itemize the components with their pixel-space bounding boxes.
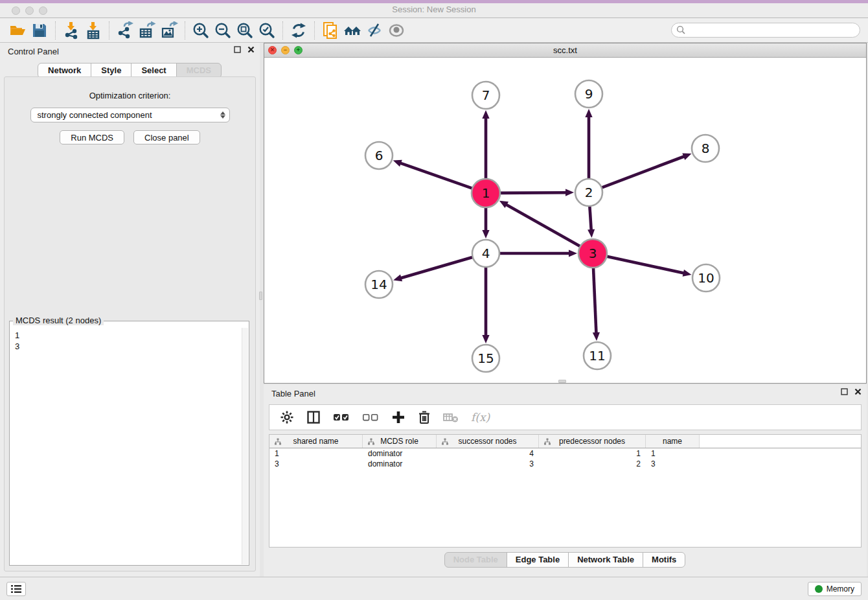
toolbar-separator [282,21,283,40]
function-builder-icon[interactable]: f(x) [471,411,490,424]
zoom-selected-icon [258,21,276,40]
edge-1-2[interactable] [499,192,567,193]
tab-edge-table[interactable]: Edge Table [507,552,569,568]
export-network-button[interactable] [114,20,136,41]
zoom-in-button[interactable] [190,20,212,41]
control-panel-header: Control Panel [0,43,260,60]
tab-node-table[interactable]: Node Table [444,552,507,568]
export-image-button[interactable] [158,20,180,41]
show-all-button[interactable] [385,20,407,41]
column-view-button[interactable] [306,410,321,424]
node-table: shared name MCDS role successor nodes pr… [269,434,862,548]
column-header-mcds-role[interactable]: MCDS role [363,435,437,448]
result-line: 1 [15,330,241,341]
open-session-icon [8,21,27,40]
table-row[interactable]: 1dominator411 [269,448,861,459]
edge-arrow-3-10 [683,270,692,277]
float-table-panel-button[interactable] [841,388,848,395]
clone-network-button[interactable] [319,20,341,41]
edge-arrow-2-9 [585,109,592,117]
table-cell: 1 [269,448,363,459]
search-icon [676,25,686,35]
zoom-selected-button[interactable] [256,20,278,41]
delete-table-button[interactable] [443,411,459,423]
save-session-icon [30,21,49,40]
column-header-name[interactable]: name [646,435,700,448]
edge-arrow-4-14 [393,275,402,282]
save-session-button[interactable] [29,20,51,41]
edge-3-1[interactable] [506,204,582,247]
close-panel-button[interactable] [247,46,255,53]
table-cell: 4 [437,448,539,459]
edge-3-11[interactable] [593,266,597,334]
table-body: 1dominator4113dominator323 [269,448,861,469]
mcds-result-text[interactable]: 13 [10,327,241,565]
toolbar-separator [185,21,185,40]
edge-4-14[interactable] [400,257,474,278]
edge-3-10[interactable] [606,256,685,273]
memory-button[interactable]: Memory [808,582,862,596]
node-label-4: 4 [482,246,490,261]
column-header-shared-name[interactable]: shared name [269,435,363,448]
titlebar: Session: New Session [0,0,868,18]
horizontal-splitter-grip[interactable] [558,380,566,383]
first-neighbors-button[interactable] [341,20,363,41]
add-column-button[interactable] [391,410,405,424]
edge-arrow-4-15 [482,335,489,343]
export-table-button[interactable] [136,20,158,41]
node-label-15: 15 [477,351,494,366]
column-label: MCDS role [380,437,418,446]
network-canvas[interactable]: 7968124310141511 [264,58,866,383]
add-column-icon [391,410,405,424]
zoom-fit-icon [236,21,254,40]
table-row[interactable]: 3dominator323 [269,459,861,469]
result-scrollbar[interactable] [242,328,248,564]
deselect-all-button[interactable] [362,411,379,423]
column-header-successor-nodes[interactable]: successor nodes [437,435,539,448]
close-table-panel-button[interactable] [854,388,862,395]
hide-selected-button[interactable] [363,20,385,41]
node-label-3: 3 [589,246,597,261]
close-panel-button-mcds[interactable]: Close panel [133,130,200,144]
first-neighbors-icon [343,21,361,40]
toolbar-separator [55,21,56,40]
network-view-window: ✕ − + scc.txt 7968124310141511 [264,43,867,384]
tab-network-table[interactable]: Network Table [568,552,643,568]
table-toolbar: f(x) [269,404,862,430]
zoom-fit-button[interactable] [234,20,256,41]
run-mcds-button[interactable]: Run MCDS [60,130,124,144]
tab-motifs[interactable]: Motifs [643,552,685,568]
search-input[interactable] [671,23,860,38]
edge-1-6[interactable] [400,163,474,189]
float-panel-button[interactable] [234,46,241,53]
edge-2-8[interactable] [600,156,685,188]
select-all-button[interactable] [333,411,350,423]
sort-icon [274,438,282,445]
edge-arrow-2-3 [588,229,595,238]
mcds-result-title: MCDS result (2 nodes) [13,316,104,325]
export-image-icon [160,21,178,40]
zoom-out-button[interactable] [212,20,234,41]
import-network-button[interactable] [60,20,82,41]
import-table-button[interactable] [82,20,104,41]
column-header-predecessor-nodes[interactable]: predecessor nodes [539,435,646,448]
settings-button[interactable] [280,410,294,424]
table-cell: dominator [363,448,437,459]
apply-layout-button[interactable] [288,20,310,41]
task-history-button[interactable] [6,582,26,596]
optimization-criterion-select[interactable]: strongly connected component [30,108,230,122]
network-window-titlebar[interactable]: ✕ − + scc.txt [264,43,866,58]
delete-table-icon [443,411,459,423]
node-label-2: 2 [585,185,593,200]
mcds-result-box: MCDS result (2 nodes) 13 [9,321,249,566]
table-panel-header: Table Panel [264,385,867,402]
vertical-splitter-grip[interactable] [259,292,262,300]
open-session-button[interactable] [6,20,29,41]
edge-2-3[interactable] [589,205,591,231]
node-label-11: 11 [589,348,605,363]
node-label-1: 1 [482,185,490,201]
statusbar: Memory [0,577,868,600]
column-label: predecessor nodes [559,437,625,446]
delete-column-button[interactable] [418,410,431,424]
dropdown-stepper-icon [220,111,225,119]
